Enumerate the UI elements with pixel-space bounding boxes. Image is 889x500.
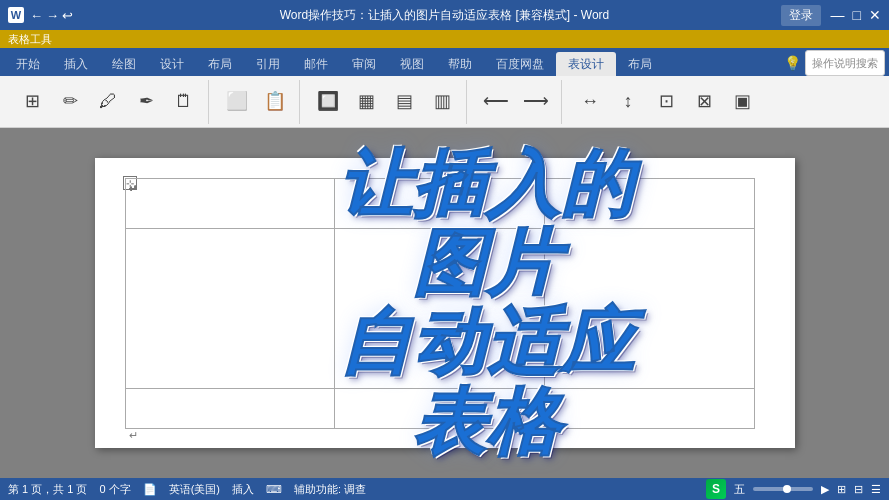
- toolbar-btn-14[interactable]: ↔: [572, 82, 608, 122]
- window-title: Word操作技巧：让插入的图片自动适应表格 [兼容模式] - Word: [280, 7, 610, 24]
- language-status: 英语(美国): [169, 482, 220, 497]
- title-bar-right: 登录 — □ ✕: [781, 5, 881, 26]
- tab-table-design[interactable]: 表设计: [556, 52, 616, 76]
- status-bar-right: S 五 ▶ ⊞ ⊟ ☰: [706, 479, 881, 499]
- table-cell[interactable]: ↵: [125, 389, 335, 429]
- document-page: ⊹ ↵ ↵ ↵ ↵ ↵: [95, 158, 795, 448]
- table-cell[interactable]: ↵: [335, 389, 545, 429]
- tab-references[interactable]: 引用: [244, 52, 292, 76]
- word-icon: W: [8, 7, 24, 23]
- table-cell[interactable]: ↵: [125, 229, 335, 389]
- toolbar-btn-12[interactable]: ⟵: [477, 82, 515, 122]
- icon-2: ✏: [63, 92, 78, 110]
- keyboard-icon: ⌨: [266, 483, 282, 496]
- icon-15: ↕: [624, 92, 633, 110]
- minimize-button[interactable]: —: [831, 7, 845, 23]
- toolbar-btn-10[interactable]: ▤: [386, 82, 422, 122]
- toolbar-btn-5[interactable]: 🗒: [166, 82, 202, 122]
- icon-17: ⊠: [697, 92, 712, 110]
- toolbar-btn-4[interactable]: ✒: [128, 82, 164, 122]
- search-placeholder: 操作说明搜索: [812, 56, 878, 71]
- back-arrow[interactable]: ←: [30, 8, 43, 23]
- lightbulb-icon: 💡: [784, 55, 801, 71]
- tab-draw[interactable]: 绘图: [100, 52, 148, 76]
- icon-5: 🗒: [175, 92, 193, 110]
- icon-13: ⟶: [523, 92, 549, 110]
- toolbar-btn-17[interactable]: ⊠: [686, 82, 722, 122]
- forward-arrow[interactable]: →: [46, 8, 59, 23]
- tab-help[interactable]: 帮助: [436, 52, 484, 76]
- title-bar: W ← → ↩ Word操作技巧：让插入的图片自动适应表格 [兼容模式] - W…: [0, 0, 889, 30]
- keyboard-sym: ⌨: [266, 483, 282, 496]
- table-row: ↵ ↵ ↵: [125, 389, 754, 429]
- table-cell[interactable]: ↵: [125, 179, 335, 229]
- tab-design[interactable]: 设计: [148, 52, 196, 76]
- doc-icon-status: 📄: [143, 483, 157, 496]
- icon-12: ⟵: [483, 92, 509, 110]
- title-bar-left: W ← → ↩: [8, 7, 73, 23]
- table-tools-label: 表格工具: [8, 32, 52, 47]
- toolbar-btn-15[interactable]: ↕: [610, 82, 646, 122]
- table-row: ↵ ↵ ↵: [125, 229, 754, 389]
- document-table: ↵ ↵ ↵ ↵ ↵ ↵: [125, 178, 755, 429]
- toolbar-btn-7[interactable]: 📋: [257, 82, 293, 122]
- language-text: 英语(美国): [169, 482, 220, 497]
- window-controls: — □ ✕: [831, 7, 881, 23]
- table-cell[interactable]: ↵: [544, 179, 754, 229]
- icon-1: ⊞: [25, 92, 40, 110]
- undo-arrow[interactable]: ↩: [62, 8, 73, 23]
- layout-icon-3[interactable]: ☰: [871, 483, 881, 496]
- table-cell[interactable]: ↵: [544, 389, 754, 429]
- toolbar-btn-3[interactable]: 🖊: [90, 82, 126, 122]
- toolbar-group-1: ⊞ ✏ 🖊 ✒ 🗒: [8, 80, 209, 124]
- table-cell[interactable]: ↵: [544, 229, 754, 389]
- icon-14: ↔: [581, 92, 599, 110]
- icon-3: 🖊: [99, 92, 117, 110]
- table-cell[interactable]: ↵: [335, 179, 545, 229]
- toolbar-btn-13[interactable]: ⟶: [517, 82, 555, 122]
- layout-icon-1[interactable]: ⊞: [837, 483, 846, 496]
- login-button[interactable]: 登录: [781, 5, 821, 26]
- tab-home[interactable]: 开始: [4, 52, 52, 76]
- maximize-button[interactable]: □: [853, 7, 861, 23]
- toolbar-btn-9[interactable]: ▦: [348, 82, 384, 122]
- icon-16: ⊡: [659, 92, 674, 110]
- para-mark: ↵: [129, 183, 137, 194]
- zoom-label: 五: [734, 482, 745, 497]
- tab-table-layout[interactable]: 布局: [616, 52, 664, 76]
- toolbar-row: ⊞ ✏ 🖊 ✒ 🗒 ⬜ 📋 🔲 ▦ ▤ ▥: [0, 76, 889, 128]
- doc-area: ⊹ ↵ ↵ ↵ ↵ ↵: [0, 128, 889, 478]
- toolbar-btn-18[interactable]: ▣: [724, 82, 760, 122]
- search-box[interactable]: 操作说明搜索: [805, 50, 885, 76]
- para-mark-below-table: ↵: [129, 429, 138, 442]
- toolbar-btn-16[interactable]: ⊡: [648, 82, 684, 122]
- tab-view[interactable]: 视图: [388, 52, 436, 76]
- tab-baidu[interactable]: 百度网盘: [484, 52, 556, 76]
- insert-mode: 插入: [232, 482, 254, 497]
- close-button[interactable]: ✕: [869, 7, 881, 23]
- toolbar-btn-8[interactable]: 🔲: [310, 82, 346, 122]
- toolbar-group-4: ⟵ ⟶: [471, 80, 562, 124]
- icon-11: ▥: [434, 92, 451, 110]
- accessibility-status: 辅助功能: 调查: [294, 482, 366, 497]
- layout-icon-2[interactable]: ⊟: [854, 483, 863, 496]
- toolbar-btn-11[interactable]: ▥: [424, 82, 460, 122]
- icon-18: ▣: [734, 92, 751, 110]
- toolbar-btn-2[interactable]: ✏: [52, 82, 88, 122]
- toolbar-group-5: ↔ ↕ ⊡ ⊠ ▣: [566, 80, 766, 124]
- icon-8: 🔲: [317, 92, 339, 110]
- zoom-slider[interactable]: [753, 487, 813, 491]
- page-count-text: 第 1 页，共 1 页: [8, 482, 87, 497]
- toolbar-group-2: ⬜ 📋: [213, 80, 300, 124]
- tab-insert[interactable]: 插入: [52, 52, 100, 76]
- page-count: 第 1 页，共 1 页: [8, 482, 87, 497]
- tab-review[interactable]: 审阅: [340, 52, 388, 76]
- tab-layout[interactable]: 布局: [196, 52, 244, 76]
- table-cell[interactable]: ↵: [335, 229, 545, 389]
- toolbar-btn-1[interactable]: ⊞: [14, 82, 50, 122]
- tab-bar: 开始 插入 绘图 设计 布局 引用 邮件 审阅 视图 帮助 百度网盘 表设计 布…: [0, 48, 889, 76]
- zoom-thumb: [783, 485, 791, 493]
- nav-arrows: ← → ↩: [30, 8, 73, 23]
- tab-mail[interactable]: 邮件: [292, 52, 340, 76]
- toolbar-btn-6[interactable]: ⬜: [219, 82, 255, 122]
